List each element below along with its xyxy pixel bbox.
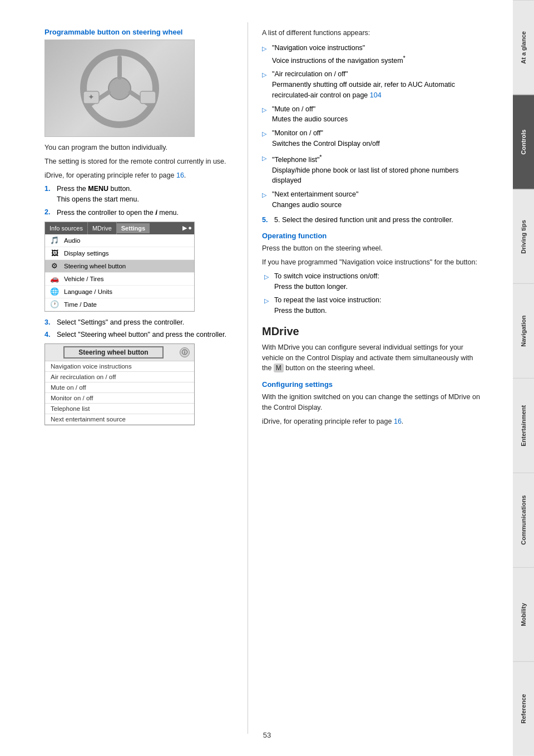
body-text-2: The setting is stored for the remote con… (44, 156, 234, 167)
arrow-monitor: ▷ (262, 129, 269, 149)
sw-button-popup: Steering wheel button ⓘ Navigation voice… (44, 343, 195, 425)
configuring-body: With the ignition switched on you can ch… (262, 392, 484, 413)
arrow-entertainment: ▷ (262, 190, 269, 210)
steering-wheel-image: ✦ (44, 40, 195, 137)
arrow-air: ▷ (262, 70, 269, 100)
functions-list: ▷ "Navigation voice instructions" Voice … (262, 43, 484, 210)
arrow-op-2: ▷ (264, 296, 271, 316)
menu-row-audio: 🎵 Audio (45, 234, 194, 247)
body-text-3: iDrive, for operating principle refer to… (44, 170, 234, 181)
menu-bold: MENU (88, 185, 108, 193)
configuring-idrive-prefix: iDrive, for operating principle refer to… (262, 418, 394, 425)
page-link-104[interactable]: 104 (370, 91, 382, 99)
mdrive-heading: MDrive (262, 325, 484, 338)
audio-icon: 🎵 (50, 235, 60, 246)
arrow-telephone: ▷ (262, 154, 269, 186)
svg-point-1 (108, 77, 131, 100)
popup-item-nav-voice: Navigation voice instructions (45, 361, 194, 372)
menu-dot-icon: ● (188, 224, 192, 232)
mdrive-body: With MDrive you can configure several in… (262, 342, 484, 374)
menu-row-language: 🌐 Language / Units (45, 286, 194, 298)
function-content-monitor: "Monitor on / off" Switches the Control … (272, 128, 484, 149)
popup-item-mute: Mute on / off (45, 382, 194, 393)
tab-navigation[interactable]: Navigation (513, 283, 534, 378)
step-4: 4. Select "Steering wheel button" and pr… (44, 330, 234, 340)
tab-reference[interactable]: Reference (513, 661, 534, 756)
popup-item-air-recirc: Air recirculation on / off (45, 372, 194, 382)
menu-row-display: 🖼 Display settings (45, 247, 194, 260)
menu-row-time: 🕐 Time / Date (45, 298, 194, 311)
sw-popup-wrapper: Steering wheel button ⓘ Navigation voice… (44, 343, 234, 425)
tab-controls[interactable]: Controls (513, 95, 534, 189)
step-5-num: 5. (262, 215, 271, 225)
operating-body: Press the button on the steering wheel. (262, 243, 484, 254)
function-item-telephone: ▷ "Telephone list"* Display/hide phone b… (262, 153, 484, 186)
step-3: 3. Select "Settings" and press the contr… (44, 317, 234, 328)
function-item-nav: ▷ "Navigation voice instructions" Voice … (262, 43, 484, 66)
language-icon: 🌐 (50, 287, 60, 297)
step-5: 5. 5. Select the desired function unit a… (262, 215, 484, 225)
popup-info-icon: ⓘ (180, 347, 190, 357)
step-3-content: Select "Settings" and press the controll… (57, 317, 234, 328)
function-content-mute: "Mute on / off" Mutes the audio sources (272, 104, 484, 125)
mdrive-button-icon: M (274, 364, 284, 372)
popup-item-monitor: Monitor on / off (45, 393, 194, 404)
step-2-content: Press the controller to open the i menu. (57, 207, 234, 218)
body-text-1: You can program the button individually. (44, 143, 234, 153)
function-content-telephone: "Telephone list"* Display/hide phone boo… (272, 153, 484, 186)
step-1-num: 1. (44, 184, 53, 205)
op-bullet-content-2: To repeat the last voice instruction:Pre… (274, 295, 484, 316)
page-link-16-2[interactable]: 16 (394, 418, 402, 425)
step-2-num: 2. (44, 207, 53, 218)
menu-label-audio: Audio (64, 237, 80, 244)
tab-mobility[interactable]: Mobility (513, 567, 534, 662)
right-intro: A list of different functions appears: (262, 28, 484, 38)
operating-bullets: ▷ To switch voice instructions on/off:Pr… (264, 271, 484, 316)
menu-header: Info sources MDrive Settings ▶ ● (45, 222, 194, 234)
function-item-entertainment: ▷ "Next entertainment source" Changes au… (262, 189, 484, 210)
mdrive-body-text2: button on the steering wheel. (285, 364, 375, 372)
operating-body2: If you have programmed "Navigation voice… (262, 257, 484, 268)
function-item-mute: ▷ "Mute on / off" Mutes the audio source… (262, 104, 484, 125)
time-icon: 🕐 (50, 300, 60, 310)
popup-item-telephone: Telephone list (45, 404, 194, 414)
popup-header-label: Steering wheel button (63, 346, 164, 359)
operating-bullet-2: ▷ To repeat the last voice instruction:P… (264, 295, 484, 316)
left-column: Programmable button on steering wheel (0, 22, 245, 734)
popup-header-row: Steering wheel button ⓘ (45, 344, 194, 361)
steering-wheel-svg: ✦ (78, 47, 161, 130)
display-icon: 🖼 (50, 248, 60, 258)
configuring-heading: Configuring settings (262, 380, 484, 389)
main-content: Programmable button on steering wheel (0, 0, 513, 756)
menu-label-language: Language / Units (64, 288, 112, 295)
tab-at-a-glance[interactable]: At a glance (513, 0, 534, 95)
tab-driving-tips[interactable]: Driving tips (513, 189, 534, 284)
tab-communications[interactable]: Communications (513, 473, 534, 567)
menu-label-time: Time / Date (64, 301, 97, 308)
tab-entertainment[interactable]: Entertainment (513, 378, 534, 473)
operating-heading: Operating function (262, 232, 484, 240)
step-2: 2. Press the controller to open the i me… (44, 207, 234, 218)
menu-row-vehicle: 🚗 Vehicle / Tires (45, 273, 194, 286)
center-divider (248, 22, 248, 734)
step-1-content: Press the MENU button.This opens the sta… (57, 184, 234, 205)
idrive-prefix: iDrive, for operating principle refer to… (44, 171, 176, 179)
menu-screenshot: Info sources MDrive Settings ▶ ● 🎵 Audio… (44, 222, 195, 312)
menu-tab-mdrive: MDrive (88, 223, 116, 233)
function-content-air: "Air recirculation on / off" Permanently… (272, 69, 484, 100)
step-3-num: 3. (44, 317, 53, 328)
page-link-16[interactable]: 16 (176, 171, 184, 179)
steps-list: 1. Press the MENU button.This opens the … (44, 184, 234, 218)
page-container: Programmable button on steering wheel (0, 0, 534, 756)
asterisk-2: * (319, 154, 322, 160)
idrive-suffix: . (184, 171, 186, 179)
step-1: 1. Press the MENU button.This opens the … (44, 184, 234, 205)
i-menu-icon: i (155, 208, 157, 217)
right-column: A list of different functions appears: ▷… (251, 22, 496, 734)
svg-rect-7 (140, 91, 156, 104)
asterisk-1: * (403, 55, 406, 61)
menu-tab-info: Info sources (45, 223, 87, 233)
menu-label-vehicle: Vehicle / Tires (64, 276, 104, 282)
side-tabs: At a glance Controls Driving tips Naviga… (513, 0, 534, 756)
menu-header-icons: ▶ ● (182, 224, 194, 232)
